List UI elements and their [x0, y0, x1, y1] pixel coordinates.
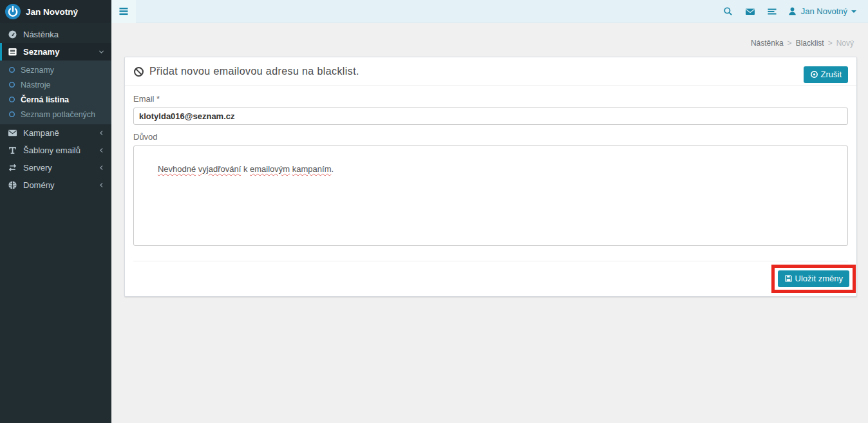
- sidebar-toggle-button[interactable]: [111, 0, 136, 23]
- email-input[interactable]: [133, 108, 848, 125]
- list-lines-icon: [767, 6, 777, 17]
- sidebar-subitem-seznam-potlacenych[interactable]: Seznam potlačených: [0, 107, 111, 122]
- search-icon: [723, 6, 733, 16]
- chevron-left-icon: [98, 147, 105, 154]
- reason-label: Důvod: [133, 132, 848, 142]
- blacklist-form-panel: Přidat novou emailovou adresu na blackli…: [124, 57, 857, 297]
- topbar: Jan Novotný: [111, 0, 868, 23]
- sidebar-subitem-nastroje[interactable]: Nástroje: [0, 77, 111, 92]
- sidebar-subitem-label: Seznamy: [21, 66, 54, 75]
- reason-text-segment: .: [331, 164, 334, 174]
- reason-text-segment: vyjadřování: [198, 164, 241, 174]
- chevron-down-icon: [98, 48, 105, 55]
- circle-icon: [8, 66, 15, 73]
- chevron-left-icon: [98, 164, 105, 171]
- breadcrumb-item-nastenka[interactable]: Nástěnka: [751, 39, 784, 48]
- exchange-icon: [8, 163, 17, 173]
- power-logo-icon: [5, 4, 21, 19]
- messages-button[interactable]: [741, 0, 759, 23]
- annotation-highlight-box: Uložit změny: [771, 265, 856, 293]
- save-button[interactable]: Uložit změny: [778, 270, 849, 287]
- sidebar-subitem-seznamy[interactable]: Seznamy: [0, 62, 111, 77]
- sidebar-item-label: Servery: [23, 163, 52, 173]
- save-icon: [784, 274, 793, 283]
- breadcrumb: Nástěnka > Blacklist > Nový: [751, 39, 854, 48]
- sidebar-subitem-label: Nástroje: [21, 80, 51, 89]
- circle-icon: [8, 111, 15, 118]
- search-button[interactable]: [719, 0, 737, 23]
- topbar-user-name: Jan Novotný: [801, 6, 847, 16]
- sidebar-subitem-label: Seznam potlačených: [21, 110, 95, 119]
- caret-down-icon: [851, 10, 856, 13]
- sidebar-item-kampane[interactable]: Kampaně: [0, 124, 111, 142]
- topbar-right: Jan Novotný: [719, 0, 868, 23]
- sidebar-item-servery[interactable]: Servery: [0, 159, 111, 176]
- sidebar-item-label: Seznamy: [23, 47, 59, 57]
- user-menu[interactable]: Jan Novotný: [785, 0, 859, 23]
- reason-text-segment: k: [241, 164, 250, 174]
- save-button-label: Uložit změny: [795, 274, 843, 284]
- sidebar-item-sablony-emailu[interactable]: Šablony emailů: [0, 142, 111, 159]
- hamburger-icon: [118, 7, 129, 15]
- panel-footer: Uložit změny: [133, 265, 848, 293]
- sidebar-user-name: Jan Novotný: [26, 7, 78, 17]
- breadcrumb-separator: >: [788, 39, 792, 48]
- breadcrumb-item-current: Nový: [836, 39, 854, 48]
- cancel-circle-icon: [810, 70, 818, 79]
- sidebar-item-seznamy[interactable]: Seznamy: [0, 43, 111, 61]
- chevron-left-icon: [98, 129, 105, 136]
- email-label: Email *: [133, 94, 848, 104]
- cancel-button-label: Zrušit: [821, 70, 842, 80]
- form-divider: [133, 261, 848, 261]
- reason-text-segment: Nevhodné: [158, 164, 196, 174]
- sidebar-submenu-seznamy: Seznamy Nástroje Černá listina Seznam po…: [0, 61, 111, 124]
- chevron-left-icon: [98, 182, 105, 189]
- tasks-button[interactable]: [763, 0, 781, 23]
- circle-icon: [8, 81, 15, 88]
- reason-textarea[interactable]: Nevhodné vyjadřování k emailovým kampaní…: [133, 146, 848, 246]
- globe-icon: [8, 180, 17, 190]
- sidebar-menu: Nástěnka Seznamy Seznamy: [0, 23, 111, 194]
- reason-text-segment: kampaním: [292, 164, 332, 174]
- sidebar-item-domeny[interactable]: Domény: [0, 176, 111, 194]
- sidebar-item-label: Domény: [23, 180, 54, 190]
- panel-header: Přidat novou emailovou adresu na blackli…: [125, 57, 856, 86]
- circle-icon: [8, 96, 15, 103]
- envelope-icon: [745, 6, 755, 17]
- dashboard-icon: [8, 30, 17, 39]
- breadcrumb-item-blacklist[interactable]: Blacklist: [796, 39, 824, 48]
- envelope-icon: [8, 128, 17, 138]
- cancel-button[interactable]: Zrušit: [804, 66, 849, 83]
- content-area: Nástěnka > Blacklist > Nový Přidat novou…: [111, 23, 868, 423]
- sidebar-item-label: Nástěnka: [23, 30, 59, 39]
- panel-body: Email * Důvod Nevhodné vyjadřování k ema…: [125, 86, 856, 296]
- sidebar-item-nastenka[interactable]: Nástěnka: [0, 26, 111, 43]
- breadcrumb-separator: >: [828, 39, 833, 48]
- panel-title: Přidat novou emailovou adresu na blackli…: [149, 66, 359, 77]
- sidebar-subitem-label: Černá listina: [21, 95, 69, 104]
- text-icon: [8, 146, 17, 155]
- ban-icon: [133, 66, 144, 77]
- user-icon: [788, 6, 797, 16]
- sidebar-header[interactable]: Jan Novotný: [0, 0, 111, 23]
- sidebar-item-label: Kampaně: [23, 128, 59, 138]
- sidebar-item-label: Šablony emailů: [23, 146, 80, 155]
- sidebar: Jan Novotný Nástěnka Se: [0, 0, 111, 423]
- list-icon: [8, 47, 17, 57]
- reason-text-segment: emailovým: [250, 164, 290, 174]
- sidebar-subitem-cerna-listina[interactable]: Černá listina: [0, 92, 111, 107]
